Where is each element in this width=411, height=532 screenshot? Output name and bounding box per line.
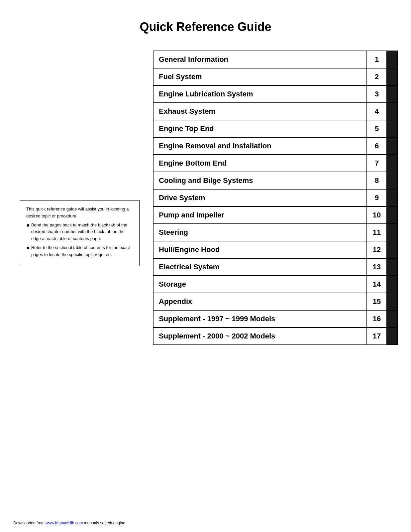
toc-number: 8 — [367, 172, 387, 189]
toc-tab-indicator — [387, 68, 397, 85]
toc-number: 9 — [367, 190, 387, 206]
toc-label: Drive System — [154, 190, 367, 206]
toc-number: 7 — [367, 155, 387, 172]
toc-row[interactable]: Engine Bottom End7 — [153, 154, 398, 172]
toc-number: 16 — [367, 311, 387, 327]
toc-label: Cooling and Bilge Systems — [154, 172, 367, 189]
toc-number: 13 — [367, 259, 387, 275]
toc-label: Appendix — [154, 293, 367, 310]
toc-number: 15 — [367, 293, 387, 310]
toc-row[interactable]: Hull/Engine Hood12 — [153, 241, 398, 259]
info-box: This quick reference guide will assist y… — [20, 200, 140, 266]
toc-label: Hull/Engine Hood — [154, 241, 367, 258]
toc-number: 14 — [367, 276, 387, 293]
toc-label: Engine Top End — [154, 120, 367, 137]
toc-label: Exhaust System — [154, 103, 367, 120]
toc-tab-indicator — [387, 86, 397, 102]
footer-suffix: manuals search engine — [83, 521, 125, 525]
toc-label: Pump and Impeller — [154, 207, 367, 223]
info-bullet-1: ● Bend the pages back to match the black… — [26, 222, 133, 242]
toc-row[interactable]: Engine Removal and Installation6 — [153, 137, 398, 155]
toc-number: 10 — [367, 207, 387, 223]
footer-link[interactable]: www.Manualslib.com — [46, 521, 83, 525]
toc-row[interactable]: Appendix15 — [153, 293, 398, 311]
toc-tab-indicator — [387, 241, 397, 258]
toc-tab-indicator — [387, 259, 397, 275]
toc-tab-indicator — [387, 224, 397, 241]
toc-tab-indicator — [387, 103, 397, 120]
toc-label: Engine Bottom End — [154, 155, 367, 172]
toc-label: Engine Removal and Installation — [154, 138, 367, 154]
toc-tab-indicator — [387, 120, 397, 137]
toc-row[interactable]: Engine Top End5 — [153, 120, 398, 138]
toc-tab-indicator — [387, 51, 397, 68]
toc-tab-indicator — [387, 293, 397, 310]
toc-number: 17 — [367, 328, 387, 344]
toc-row[interactable]: Engine Lubrication System3 — [153, 85, 398, 103]
page-title: Quick Reference Guide — [0, 0, 411, 47]
toc-label: Supplement - 1997 ~ 1999 Models — [154, 311, 367, 327]
toc-label: Steering — [154, 224, 367, 241]
toc-row[interactable]: Drive System9 — [153, 189, 398, 207]
left-panel: This quick reference guide will assist y… — [20, 200, 140, 344]
toc-number: 11 — [367, 224, 387, 241]
footer-prefix: Downloaded from — [13, 521, 46, 525]
toc-label: Storage — [154, 276, 367, 293]
toc-row[interactable]: Pump and Impeller10 — [153, 206, 398, 224]
toc-row[interactable]: Storage14 — [153, 275, 398, 293]
toc-tab-indicator — [387, 172, 397, 189]
toc-row[interactable]: Fuel System2 — [153, 68, 398, 86]
toc-number: 1 — [367, 51, 387, 68]
toc-tab-indicator — [387, 138, 397, 154]
toc-number: 4 — [367, 103, 387, 120]
toc-label: Engine Lubrication System — [154, 86, 367, 102]
toc-number: 6 — [367, 138, 387, 154]
toc-number: 3 — [367, 86, 387, 102]
toc-row[interactable]: Supplement - 1997 ~ 1999 Models16 — [153, 310, 398, 328]
footer: Downloaded from www.Manualslib.com manua… — [13, 521, 125, 525]
info-bullet-2: ● Refer to the sectional table of conten… — [26, 244, 133, 258]
toc-tab-indicator — [387, 311, 397, 327]
toc-tab-indicator — [387, 328, 397, 344]
toc-tab-indicator — [387, 207, 397, 223]
toc-row[interactable]: Supplement - 2000 ~ 2002 Models17 — [153, 327, 398, 345]
toc-tab-indicator — [387, 190, 397, 206]
toc-tab-indicator — [387, 276, 397, 293]
toc-label: Fuel System — [154, 68, 367, 85]
toc-row[interactable]: Electrical System13 — [153, 258, 398, 276]
toc-label: Electrical System — [154, 259, 367, 275]
toc-row[interactable]: Cooling and Bilge Systems8 — [153, 172, 398, 190]
toc-number: 5 — [367, 120, 387, 137]
toc-number: 12 — [367, 241, 387, 258]
toc-row[interactable]: General Information1 — [153, 51, 398, 68]
toc-row[interactable]: Exhaust System4 — [153, 102, 398, 120]
toc-label: General Information — [154, 51, 367, 68]
toc-tab-indicator — [387, 155, 397, 172]
toc-panel: General Information1Fuel System2Engine L… — [153, 47, 398, 344]
info-intro: This quick reference guide will assist y… — [26, 206, 133, 220]
toc-number: 2 — [367, 68, 387, 85]
toc-table: General Information1Fuel System2Engine L… — [153, 51, 398, 345]
toc-label: Supplement - 2000 ~ 2002 Models — [154, 328, 367, 344]
toc-row[interactable]: Steering11 — [153, 223, 398, 241]
